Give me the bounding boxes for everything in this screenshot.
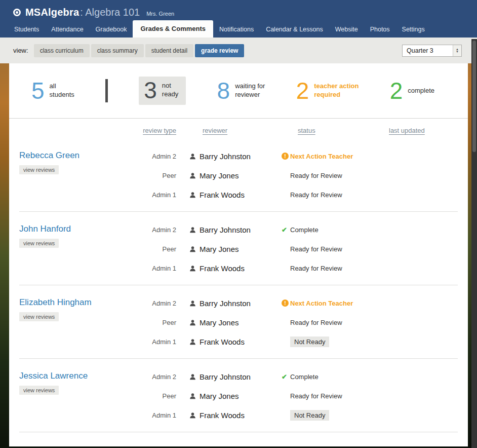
tab-gradebook[interactable]: Gradebook (90, 22, 133, 38)
stat-label: allstudents (50, 82, 74, 99)
review-row: Peer Mary Jones Ready for Review (146, 313, 458, 332)
status-text: Next Action Teacher (290, 153, 353, 160)
review-row: Peer Mary Jones Ready for Review (146, 166, 458, 185)
reviewer-cell: Frank Woods (176, 338, 270, 346)
reviewer-cell: Barry Johnston (176, 152, 270, 161)
quarter-select-value: Quarter 3 (403, 45, 453, 56)
review-row: Admin 2 Barry Johnston Complete (146, 367, 458, 386)
stat-waiting-reviewer: 8 waiting forreviewer (217, 79, 265, 102)
status-cell: Next Action Teacher (270, 153, 386, 160)
student-name[interactable]: Rebecca Green (19, 151, 146, 161)
status-text: Ready for Review (290, 319, 342, 326)
top-header: MSAlgebra : Algebra 101 Mrs. Green Stude… (0, 0, 477, 38)
view-reviews-button[interactable]: view reviews (19, 239, 59, 248)
status-cell: Ready for Review (270, 245, 386, 253)
reviewer-cell: Frank Woods (176, 264, 270, 273)
person-icon (189, 192, 196, 198)
stat-label: notready (162, 82, 179, 99)
review-type: Peer (163, 392, 176, 400)
stat-value: 8 (217, 79, 230, 102)
status-cell: Ready for Review (270, 172, 386, 179)
person-icon (189, 339, 196, 345)
student-name[interactable]: Jessica Lawrence (19, 371, 146, 381)
tab-photos[interactable]: Photos (364, 22, 396, 38)
stat-value: 5 (31, 79, 45, 102)
view-class-summary[interactable]: class summary (91, 44, 144, 57)
reviewer-cell: Barry Johnston (176, 372, 270, 381)
review-row: Admin 1 Frank Woods Ready for Review (146, 185, 458, 204)
student-cell: Elizabeth Hingham view reviews (19, 293, 146, 351)
person-icon (189, 172, 196, 179)
reviewer-cell: Mary Jones (176, 171, 270, 180)
review-type: Admin 2 (152, 153, 176, 160)
person-icon (189, 153, 196, 160)
status-cell: Complete (270, 373, 386, 381)
review-type: Admin 1 (152, 191, 176, 199)
view-reviews-button[interactable]: view reviews (19, 312, 59, 321)
view-grade-review[interactable]: grade review (195, 44, 244, 57)
student-group: John Hanford view reviews Admin 2 Barry … (19, 212, 458, 285)
stats-row: 5 allstudents 3 notready 8 waiting forre… (19, 63, 458, 118)
course-title: : Algebra 101 (80, 7, 140, 18)
reviewer-name: Mary Jones (200, 171, 239, 180)
view-class-curriculum[interactable]: class curriculum (34, 44, 90, 57)
reviewer-name: Barry Johnston (200, 226, 251, 234)
scrollbar-thumb[interactable] (472, 41, 476, 152)
stats-divider-bar (105, 79, 108, 102)
review-row: Peer Mary Jones Ready for Review (146, 239, 458, 258)
status-text: Not Ready (290, 337, 329, 347)
student-group: Elizabeth Hingham view reviews Admin 2 B… (19, 285, 458, 359)
tab-attendance[interactable]: Attendance (45, 22, 89, 38)
tab-grades-comments[interactable]: Grades & Comments (133, 20, 213, 38)
col-header-last-updated[interactable]: last updated (386, 127, 458, 134)
student-name[interactable]: Elizabeth Hingham (19, 297, 146, 308)
quarter-select[interactable]: Quarter 3 ▲▼ (402, 45, 462, 57)
status-cell: Ready for Review (270, 319, 386, 326)
person-icon (189, 319, 196, 326)
review-row: Admin 2 Barry Johnston Next Action Teach… (146, 293, 458, 313)
review-rows: Admin 2 Barry Johnston Next Action Teach… (146, 146, 458, 204)
reviewer-cell: Mary Jones (176, 392, 270, 400)
col-header-status[interactable]: status (270, 127, 386, 134)
review-type: Admin 1 (152, 265, 176, 272)
view-reviews-button[interactable]: view reviews (19, 165, 59, 174)
tab-notifications[interactable]: Notifications (213, 22, 260, 38)
review-row: Admin 2 Barry Johnston Complete (146, 220, 458, 239)
review-type: Peer (163, 319, 176, 326)
view-bar: view: class curriculum class summary stu… (0, 38, 477, 63)
review-type: Admin 2 (152, 300, 176, 307)
stat-label: waiting forreviewer (235, 82, 265, 99)
review-type: Peer (163, 245, 176, 253)
reviewer-name: Frank Woods (200, 264, 245, 273)
reviewer-name: Frank Woods (200, 338, 245, 346)
student-group: Rebecca Green view reviews Admin 2 Barry… (19, 138, 458, 212)
status-text: Complete (290, 226, 319, 234)
status-text: Ready for Review (290, 245, 342, 253)
tab-calendar-lessons[interactable]: Calendar & Lessons (260, 22, 329, 38)
review-type: Admin 1 (152, 412, 176, 419)
vertical-scrollbar[interactable] (471, 39, 477, 448)
review-row: Admin 1 Frank Woods Ready for Review (146, 258, 458, 278)
nav-tabs: Students Attendance Gradebook Grades & C… (0, 20, 477, 38)
col-header-reviewer[interactable]: reviewer (176, 127, 270, 134)
reviewer-name: Frank Woods (200, 411, 245, 420)
reviewer-cell: Barry Johnston (176, 299, 270, 308)
student-group: Jessica Lawrence view reviews Admin 2 Ba… (19, 359, 458, 432)
reviewer-name: Mary Jones (200, 318, 239, 327)
main-panel: 5 allstudents 3 notready 8 waiting forre… (9, 63, 468, 446)
reviewer-name: Barry Johnston (200, 299, 251, 308)
tab-students[interactable]: Students (8, 22, 45, 38)
stat-complete: 2 complete (390, 79, 434, 102)
student-name[interactable]: John Hanford (19, 224, 146, 234)
reviewer-name: Barry Johnston (200, 152, 251, 161)
tab-settings[interactable]: Settings (396, 22, 431, 38)
col-header-review-type[interactable]: review type (143, 127, 176, 134)
view-reviews-button[interactable]: view reviews (19, 386, 59, 395)
stat-label: teacher actionrequired (314, 82, 359, 99)
view-student-detail[interactable]: student detail (145, 44, 193, 57)
review-type: Admin 2 (152, 373, 176, 381)
status-text: Ready for Review (290, 191, 342, 199)
review-type: Peer (163, 172, 176, 179)
tab-website[interactable]: Website (329, 22, 364, 38)
status-text: Next Action Teacher (290, 300, 353, 307)
